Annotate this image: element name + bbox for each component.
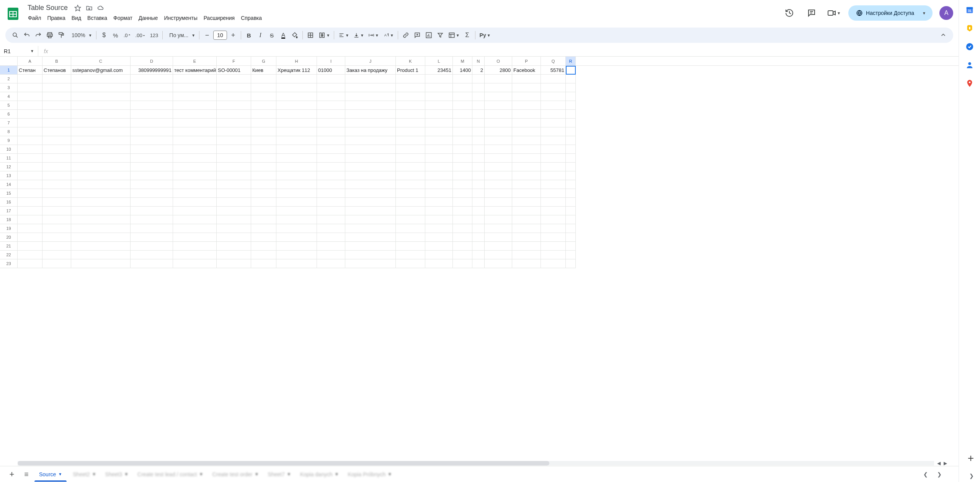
column-header[interactable]: P (512, 57, 541, 65)
cell[interactable] (541, 189, 566, 198)
bold-icon[interactable]: B (243, 30, 254, 41)
cell[interactable] (512, 198, 541, 207)
cell[interactable] (512, 110, 541, 119)
cell[interactable] (485, 110, 512, 119)
cell[interactable] (396, 259, 425, 268)
cell[interactable] (173, 154, 217, 163)
cell[interactable] (485, 75, 512, 83)
cell[interactable] (541, 163, 566, 171)
cell[interactable] (276, 154, 317, 163)
cell[interactable] (485, 224, 512, 233)
cell[interactable] (425, 251, 453, 259)
row-header[interactable]: 23 (0, 259, 18, 268)
menu-item[interactable]: Справка (238, 13, 265, 23)
cell[interactable] (276, 259, 317, 268)
cell[interactable] (251, 189, 276, 198)
cell[interactable] (251, 136, 276, 145)
cell[interactable] (472, 145, 485, 154)
cell[interactable] (425, 233, 453, 242)
cell[interactable] (485, 259, 512, 268)
cell[interactable] (18, 251, 42, 259)
cell[interactable] (345, 75, 396, 83)
cell[interactable] (485, 119, 512, 127)
cell[interactable] (472, 75, 485, 83)
cell[interactable] (512, 75, 541, 83)
cell[interactable] (217, 207, 251, 215)
cell[interactable] (173, 145, 217, 154)
cell[interactable] (512, 242, 541, 251)
column-header[interactable]: F (217, 57, 251, 65)
cell[interactable] (541, 136, 566, 145)
cell[interactable] (453, 110, 472, 119)
menu-item[interactable]: Файл (25, 13, 44, 23)
cell[interactable] (173, 180, 217, 189)
cell[interactable] (566, 233, 576, 242)
cell[interactable] (18, 92, 42, 101)
cell[interactable] (317, 180, 345, 189)
row-header[interactable]: 1 (0, 66, 18, 75)
add-sheet-icon[interactable]: + (5, 468, 18, 481)
cell[interactable] (317, 242, 345, 251)
cell[interactable] (453, 207, 472, 215)
cell[interactable] (71, 163, 131, 171)
cell[interactable] (276, 75, 317, 83)
cell[interactable] (453, 224, 472, 233)
row-header[interactable]: 6 (0, 110, 18, 119)
cell[interactable] (345, 198, 396, 207)
cell[interactable] (18, 224, 42, 233)
share-dropdown-icon[interactable]: ▼ (917, 11, 931, 15)
cell[interactable] (566, 251, 576, 259)
cell[interactable] (251, 207, 276, 215)
cell[interactable] (425, 180, 453, 189)
sheet-tab[interactable]: Kopia danych▼ (296, 467, 343, 481)
cell[interactable] (18, 207, 42, 215)
cell[interactable] (276, 198, 317, 207)
cell[interactable] (217, 224, 251, 233)
cell[interactable] (131, 119, 173, 127)
cell[interactable] (71, 259, 131, 268)
cell[interactable] (131, 259, 173, 268)
cell[interactable]: 1400 (453, 66, 472, 75)
cell[interactable] (512, 259, 541, 268)
next-sheet-icon[interactable]: ❯ (937, 471, 942, 477)
cell[interactable] (276, 180, 317, 189)
cell[interactable] (251, 101, 276, 110)
cell[interactable] (396, 242, 425, 251)
cell[interactable] (71, 75, 131, 83)
row-header[interactable]: 21 (0, 242, 18, 251)
cell[interactable] (18, 198, 42, 207)
cell[interactable] (317, 83, 345, 92)
cell[interactable] (18, 127, 42, 136)
tasks-icon[interactable] (965, 42, 974, 51)
cell[interactable]: 01000 (317, 66, 345, 75)
cell[interactable]: Product 1 (396, 66, 425, 75)
cell[interactable] (251, 127, 276, 136)
cell[interactable] (131, 75, 173, 83)
cell[interactable] (42, 189, 71, 198)
cell[interactable] (276, 145, 317, 154)
cell[interactable] (276, 101, 317, 110)
cloud-icon[interactable] (97, 4, 105, 12)
cell[interactable] (42, 251, 71, 259)
scroll-left-icon[interactable]: ◀ (937, 461, 941, 466)
sheet-tab[interactable]: Sheet3▼ (101, 467, 133, 481)
cell[interactable] (42, 171, 71, 180)
cell[interactable]: тест комментарий (173, 66, 217, 75)
calendar-icon[interactable]: 31 (965, 5, 974, 15)
cell[interactable] (251, 163, 276, 171)
cell[interactable] (453, 83, 472, 92)
cell[interactable] (472, 110, 485, 119)
fill-color-icon[interactable] (289, 30, 300, 41)
cell[interactable]: SO-00001 (217, 66, 251, 75)
cell[interactable] (485, 127, 512, 136)
borders-icon[interactable] (305, 30, 316, 41)
row-header[interactable]: 14 (0, 180, 18, 189)
cell[interactable] (453, 215, 472, 224)
h-align-icon[interactable]: ▼ (336, 30, 351, 41)
cell[interactable] (396, 101, 425, 110)
cell[interactable] (472, 207, 485, 215)
cell[interactable] (42, 136, 71, 145)
cell[interactable] (396, 171, 425, 180)
cell[interactable] (425, 83, 453, 92)
cell[interactable] (317, 189, 345, 198)
